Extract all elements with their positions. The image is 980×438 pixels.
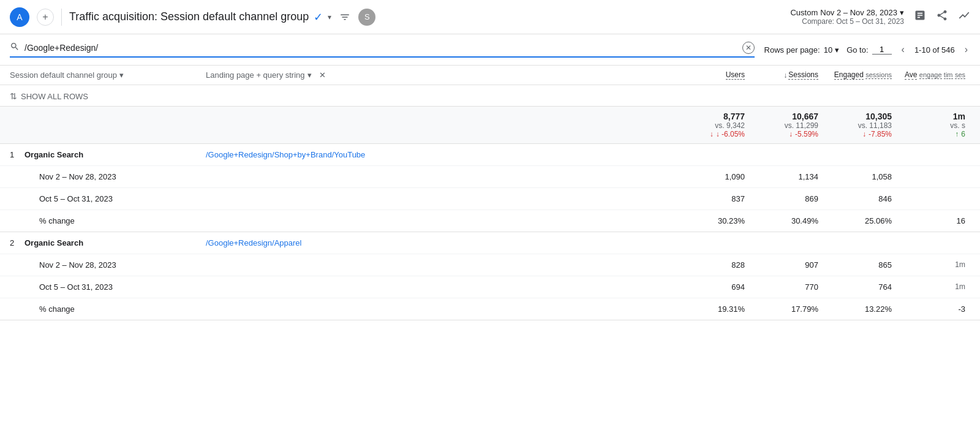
rows-per-page-value: 10 [824,45,832,55]
page-title: Traffic acquisition: Session default cha… [69,9,783,26]
col2-dropdown-icon: ▾ [307,70,312,80]
col1-dropdown-icon: ▾ [119,70,124,80]
total-sessions-compare: vs. 11,299 [755,121,818,130]
table-row: Nov 2 – Nov 28, 2023 1,090 1,134 1,058 [0,165,980,187]
row-metrics: 694 770 764 1m [588,282,970,292]
search-bar-row: ✕ Rows per page: 10 ▾ Go to: ‹ 1-10 of 5… [0,34,980,66]
row-subrow-label: % change [24,216,206,225]
search-icon [10,42,20,54]
date-dropdown-icon[interactable]: ▾ [900,8,904,17]
row-engaged-val: 1,058 [823,172,897,181]
expand-icon: ⇅ [10,91,17,101]
row-metrics: 837 869 846 [588,194,970,203]
table-row: % change 19.31% 17.79% 13.22% -3 [0,298,980,320]
row-sessions-change: 30.49% [750,216,823,225]
row-metrics: 828 907 865 1m [588,260,970,270]
row-users-change: 30.23% [676,216,750,225]
row-avg-val: 1m [897,260,970,270]
page-info: 1-10 of 546 [914,45,955,55]
row-subrow-label: Nov 2 – Nov 28, 2023 [24,260,206,270]
goto-input[interactable] [872,45,892,55]
row-metrics: 30.23% 30.49% 25.06% 16 [588,216,970,225]
total-avg-value: 1m [902,111,965,121]
top-right: Custom Nov 2 – Nov 28, 2023 ▾ Compare: O… [790,8,970,26]
total-users: 8,777 vs. 9,342 ↓ ↓ -6.05% [676,111,750,138]
filter-icon[interactable] [336,9,353,26]
row-number: 1 [10,150,24,159]
col6-sublabel: engage [919,71,942,79]
row-number: 2 [10,238,24,247]
rows-per-page-select[interactable]: 10 ▾ [824,45,839,55]
avatar[interactable]: A [10,7,29,27]
dimension-columns: Session default channel group ▾ Landing … [10,70,635,80]
page-title-text: Traffic acquisition: Session default cha… [69,10,309,23]
col6-sublabel3: ses [955,71,965,79]
arrow-down-icon3: ↓ [862,130,866,138]
col5-sublabel: sessions [865,71,892,79]
col2-label: Landing page + query string [206,70,305,80]
row-metrics: 19.31% 17.79% 13.22% -3 [588,304,970,314]
row-dim2[interactable]: /Google+Redesign/Apparel [206,238,588,247]
table-header: Session default channel group ▾ Landing … [0,66,980,85]
row-users-val: 828 [676,260,750,270]
table-row: % change 30.23% 30.49% 25.06% 16 [0,210,980,232]
close-filter-icon[interactable]: ✕ [319,70,326,80]
col-avg[interactable]: Ave engage tim ses [897,70,970,80]
total-users-compare: vs. 9,342 [681,121,745,130]
title-dropdown-icon[interactable]: ▾ [328,13,331,21]
row-dim1[interactable]: Organic Search [24,150,206,159]
top-bar: A + Traffic acquisition: Session default… [0,0,980,34]
table-row: Oct 5 – Oct 31, 2023 694 770 764 1m [0,276,980,298]
total-engaged-change: ↓ -7.85% [828,130,892,138]
vertical-divider [61,9,62,26]
check-icon: ✓ [314,10,323,24]
s-badge: S [358,9,375,26]
goto-label: Go to: [846,45,868,55]
data-row-group-1: 1 Organic Search /Google+Redesign/Shop+b… [0,144,980,232]
chart-icon[interactable] [914,9,926,25]
prev-page-button[interactable]: ‹ [899,42,907,58]
col-users[interactable]: Users [676,70,750,80]
row-sessions-val: 1,134 [750,172,823,181]
col-engaged[interactable]: Engaged sessions [823,70,897,80]
table-row: Oct 5 – Oct 31, 2023 837 869 846 [0,187,980,210]
total-sessions-change: ↓ -5.59% [755,130,818,138]
row-avg-val [897,172,970,181]
row-dim1[interactable]: Organic Search [24,238,206,247]
col-landing[interactable]: Landing page + query string ▾ ✕ [206,70,635,80]
row-users-val: 1,090 [676,172,750,181]
total-avg-change: ↑ 6 [902,130,965,138]
date-compare: Compare: Oct 5 – Oct 31, 2023 [790,17,904,26]
row-metrics: 1,090 1,134 1,058 [588,172,970,181]
analytics-icon[interactable] [958,9,970,25]
col4-label: Sessions [788,70,818,80]
date-range[interactable]: Custom Nov 2 – Nov 28, 2023 ▾ Compare: O… [790,8,904,26]
add-button[interactable]: + [37,9,54,26]
row-sessions-val: 869 [750,194,823,203]
total-users-change: ↓ ↓ -6.05% [681,130,745,138]
row-avg-val [897,194,970,203]
row-subrow-label: Oct 5 – Oct 31, 2023 [24,194,206,203]
arrow-down-icon: ↓ [710,130,714,138]
arrow-up-icon: ↑ [955,130,959,138]
search-input[interactable] [24,43,737,53]
rows-dropdown-icon: ▾ [835,45,839,55]
row-subrow-label: % change [24,304,206,314]
col-sessions[interactable]: ↓ Sessions [750,70,823,80]
next-page-button[interactable]: › [962,42,970,58]
row-dim2[interactable]: /Google+Redesign/Shop+by+Brand/YouTube [206,150,588,159]
show-all-rows-label: SHOW ALL ROWS [21,92,88,101]
col-session-group[interactable]: Session default channel group ▾ [10,70,206,80]
total-avg: 1m vs. s ↑ 6 [897,111,970,138]
col6-label: Ave [905,70,917,80]
row-avg-change: 16 [897,216,970,225]
row-avg-val: 1m [897,282,970,292]
col5-label: Engaged [834,70,864,80]
share-icon[interactable] [936,9,948,25]
totals-metrics: 8,777 vs. 9,342 ↓ ↓ -6.05% 10,667 vs. 11… [635,111,970,138]
totals-row: 8,777 vs. 9,342 ↓ ↓ -6.05% 10,667 vs. 11… [0,107,980,144]
search-container: ✕ [10,42,755,58]
clear-search-button[interactable]: ✕ [742,42,755,54]
show-all-rows-button[interactable]: ⇅ SHOW ALL ROWS [10,91,970,101]
row-engaged-val: 846 [823,194,897,203]
